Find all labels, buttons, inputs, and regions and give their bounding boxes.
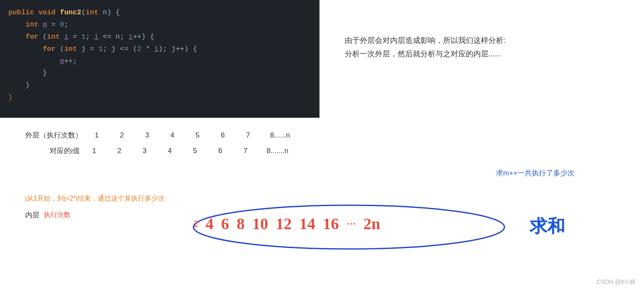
hw-dots: ··· [346,217,356,231]
hw-num-2: 2 [193,218,198,229]
i-row: 对应的i值 1 2 3 4 5 6 7 8.......n [25,146,404,156]
explanation-line2: 分析一次外层，然后就分析与之对应的内层...... [345,47,506,61]
hw-num-4: 4 [206,214,214,233]
exec-label: 执行次数 [44,211,71,220]
table-area: 外层（执行次数） 1 2 3 4 5 6 7 8......n 对应的i值 1 … [25,130,404,161]
outer-val-3: 3 [141,131,153,140]
explanation: 由于外层会对内层造成影响，所以我们这样分析: 分析一次外层，然后就分析与之对应的… [345,34,506,61]
outer-val-4: 4 [166,131,178,140]
outer-val-2: 2 [116,131,128,140]
inner-row: 内层 执行次数 [25,210,74,220]
i-val-4: 4 [164,147,176,155]
outer-val-5: 5 [192,131,203,140]
code-block: public void func2(int n) { int m = 0; fo… [0,0,319,118]
i-val-2: 2 [113,147,125,155]
i-val-1: 1 [88,147,100,155]
hw-num-12: 12 [276,214,292,233]
i-val-dots: 8.......n [265,147,290,155]
i-row-label: 对应的i值 [25,146,88,156]
i-val-6: 6 [214,147,226,155]
hw-num-14: 14 [299,214,315,233]
outer-val-dots: 8......n [267,131,293,140]
watermark: CSDN @it小婷 [596,278,636,286]
outer-row-values: 1 2 3 4 5 6 7 8......n [91,131,293,140]
hw-num-2n: 2n [364,214,380,233]
outer-val-6: 6 [217,131,229,140]
i-val-5: 5 [189,147,201,155]
i-val-7: 7 [240,147,251,155]
explanation-line1: 由于外层会对内层造成影响，所以我们这样分析: [345,34,506,47]
hw-num-6: 6 [221,214,229,233]
hw-num-8: 8 [237,214,245,233]
outer-row: 外层（执行次数） 1 2 3 4 5 6 7 8......n [25,130,404,140]
i-row-values: 1 2 3 4 5 6 7 8.......n [88,147,290,155]
hw-numbers: 2 4 6 8 10 12 14 16 ··· 2n [193,214,380,233]
outer-val-7: 7 [242,131,254,140]
qiu-mpp-label: 求m++一共执行了多少次 [496,168,575,178]
outer-row-label: 外层（执行次数） [25,130,91,140]
hw-num-16: 16 [323,214,339,233]
i-val-3: 3 [139,147,150,155]
inner-label: 内层 [25,210,40,220]
qiuhe-label: 求和 [530,214,565,238]
outer-val-1: 1 [91,131,103,140]
orange-note: j从1开始，到j=2*i结束，通过这个算执行多少次 [25,194,165,203]
hw-num-10: 10 [252,214,268,233]
